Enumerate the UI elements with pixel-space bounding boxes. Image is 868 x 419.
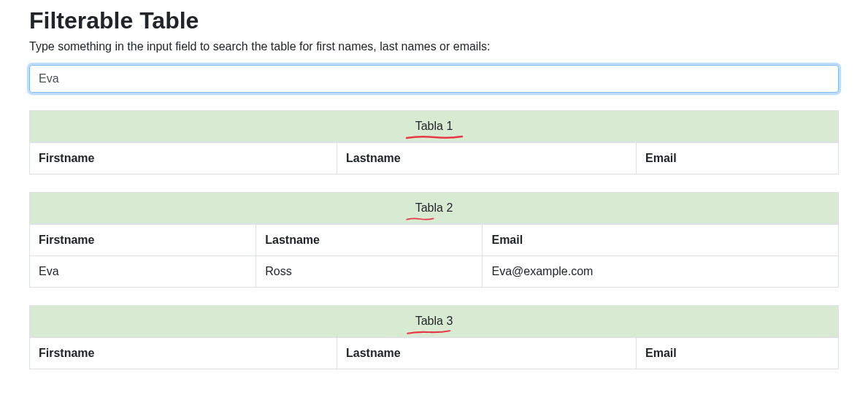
table-row: Eva Ross Eva@example.com: [30, 256, 839, 288]
page-title: Filterable Table: [29, 7, 839, 34]
underline-annotation-icon: [405, 134, 464, 140]
col-firstname: Firstname: [30, 225, 256, 256]
col-email: Email: [483, 225, 839, 256]
table-2-body: Eva Ross Eva@example.com: [30, 256, 839, 288]
col-email: Email: [636, 338, 838, 369]
table-3-caption: Tabla 3: [29, 305, 839, 337]
search-input[interactable]: [29, 65, 839, 93]
table-header-row: Firstname Lastname Email: [30, 225, 839, 256]
col-lastname: Lastname: [337, 143, 637, 174]
cell-firstname: Eva: [30, 256, 256, 288]
table-3: Tabla 3 Firstname Lastname Email: [29, 305, 839, 369]
table-1: Tabla 1 Firstname Lastname Email: [29, 110, 839, 174]
cell-email: Eva@example.com: [483, 256, 839, 288]
col-firstname: Firstname: [30, 338, 337, 369]
cell-lastname: Ross: [256, 256, 483, 288]
table-header-row: Firstname Lastname Email: [30, 338, 839, 369]
table-caption-text: Tabla 2: [415, 201, 453, 214]
col-lastname: Lastname: [337, 338, 637, 369]
table-2-caption: Tabla 2: [29, 192, 839, 224]
table-header-row: Firstname Lastname Email: [30, 143, 839, 174]
table-caption-text: Tabla 3: [415, 315, 453, 327]
table-2: Tabla 2 Firstname Lastname Email Eva Ros…: [29, 192, 839, 288]
instructions-text: Type something in the input field to sea…: [29, 40, 839, 53]
col-firstname: Firstname: [30, 143, 337, 174]
table-1-caption: Tabla 1: [29, 110, 839, 142]
col-email: Email: [636, 143, 838, 174]
table-caption-text: Tabla 1: [415, 120, 453, 132]
underline-annotation-icon: [405, 216, 446, 222]
col-lastname: Lastname: [256, 225, 483, 256]
underline-annotation-icon: [406, 329, 457, 335]
